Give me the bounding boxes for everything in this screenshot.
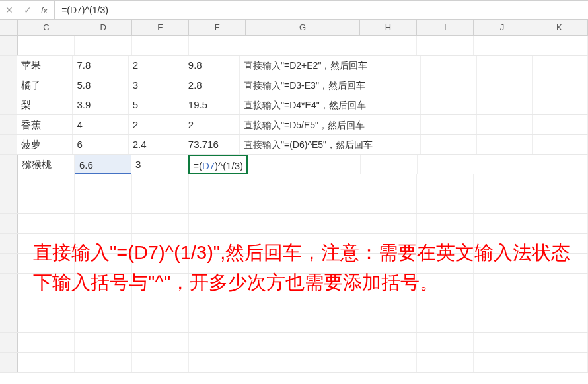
cell[interactable] bbox=[75, 174, 131, 194]
cell[interactable] bbox=[75, 214, 131, 233]
cell[interactable] bbox=[248, 155, 361, 174]
cell[interactable]: 9.8 bbox=[184, 56, 240, 75]
cell[interactable]: 6 bbox=[73, 135, 128, 154]
cell[interactable] bbox=[477, 115, 533, 134]
row-header[interactable] bbox=[0, 293, 18, 313]
row-header[interactable] bbox=[0, 234, 18, 253]
active-cell[interactable]: =(D7)^(1/3) bbox=[188, 155, 248, 174]
cell[interactable] bbox=[189, 174, 246, 194]
row-header[interactable] bbox=[0, 174, 18, 194]
cell[interactable] bbox=[18, 353, 75, 372]
cell[interactable] bbox=[531, 353, 588, 372]
cell[interactable] bbox=[359, 194, 416, 213]
cell[interactable] bbox=[474, 194, 531, 213]
cell[interactable] bbox=[474, 214, 531, 233]
cell[interactable] bbox=[421, 95, 476, 114]
cell[interactable] bbox=[531, 174, 588, 194]
cell[interactable] bbox=[246, 36, 360, 55]
cell[interactable] bbox=[531, 313, 588, 332]
cell[interactable] bbox=[189, 194, 246, 213]
cell[interactable] bbox=[75, 313, 131, 332]
cell[interactable] bbox=[477, 95, 533, 114]
row-header[interactable] bbox=[0, 254, 18, 273]
cell[interactable] bbox=[533, 115, 588, 134]
cell[interactable] bbox=[132, 174, 189, 194]
cell[interactable] bbox=[359, 353, 416, 372]
cell[interactable] bbox=[132, 36, 189, 55]
cell[interactable] bbox=[477, 135, 533, 154]
cell[interactable] bbox=[132, 353, 189, 372]
cell[interactable] bbox=[365, 115, 421, 134]
cell[interactable]: 4 bbox=[73, 115, 128, 134]
cell[interactable] bbox=[418, 155, 474, 174]
accept-button[interactable]: ✓ bbox=[18, 1, 37, 19]
cell[interactable] bbox=[189, 333, 246, 352]
cell[interactable] bbox=[132, 333, 189, 352]
cell[interactable] bbox=[474, 174, 531, 194]
cell[interactable] bbox=[18, 214, 75, 233]
row-header[interactable] bbox=[0, 115, 17, 134]
cell[interactable] bbox=[474, 36, 531, 55]
cell[interactable]: 梨 bbox=[17, 95, 73, 114]
cell[interactable]: 直接输入"=(D6)^E5"，然后回车 bbox=[240, 135, 365, 154]
cell[interactable] bbox=[132, 214, 189, 233]
cell[interactable] bbox=[361, 155, 418, 174]
formula-input[interactable]: =(D7)^(1/3) bbox=[55, 1, 588, 19]
cell[interactable] bbox=[189, 36, 246, 55]
col-header-F[interactable]: F bbox=[189, 20, 246, 35]
row-header[interactable] bbox=[0, 135, 17, 154]
col-header-H[interactable]: H bbox=[360, 20, 417, 35]
cell[interactable] bbox=[189, 214, 246, 233]
col-header-J[interactable]: J bbox=[474, 20, 531, 35]
cell[interactable] bbox=[533, 75, 588, 95]
cell[interactable] bbox=[417, 313, 474, 332]
cell[interactable] bbox=[246, 174, 360, 194]
cell[interactable] bbox=[246, 194, 360, 213]
col-header-C[interactable]: C bbox=[18, 20, 75, 35]
cell[interactable]: 19.5 bbox=[184, 95, 240, 114]
cell[interactable] bbox=[359, 36, 416, 55]
cell[interactable] bbox=[18, 194, 75, 213]
cell[interactable]: 2 bbox=[129, 56, 184, 75]
col-header-D[interactable]: D bbox=[75, 20, 132, 35]
cancel-button[interactable]: ✕ bbox=[0, 1, 18, 19]
cell[interactable]: 橘子 bbox=[17, 75, 73, 95]
cell[interactable] bbox=[417, 353, 474, 372]
cell[interactable]: 2.8 bbox=[184, 75, 240, 95]
select-all-corner[interactable] bbox=[0, 20, 18, 35]
cell[interactable] bbox=[474, 333, 531, 352]
cell[interactable] bbox=[75, 353, 131, 372]
row-header[interactable] bbox=[0, 75, 17, 95]
row-header[interactable] bbox=[0, 155, 18, 174]
cell[interactable]: 3 bbox=[131, 155, 188, 174]
cell[interactable] bbox=[75, 36, 131, 55]
cell[interactable] bbox=[474, 155, 531, 174]
cell[interactable]: 直接输入"=D3-E3"，然后回车 bbox=[240, 75, 365, 95]
cell[interactable] bbox=[359, 313, 416, 332]
col-header-K[interactable]: K bbox=[531, 20, 588, 35]
cell[interactable] bbox=[359, 333, 416, 352]
cell[interactable] bbox=[18, 313, 75, 332]
cell[interactable] bbox=[477, 56, 533, 75]
col-header-E[interactable]: E bbox=[132, 20, 189, 35]
row-header[interactable] bbox=[0, 274, 18, 293]
cell[interactable] bbox=[75, 194, 131, 213]
cell[interactable] bbox=[421, 56, 476, 75]
cell[interactable]: 直接输入"=D2+E2"，然后回车 bbox=[240, 56, 365, 75]
cell[interactable]: 直接输入"=D5/E5"，然后回车 bbox=[240, 115, 365, 134]
cell[interactable]: 3.9 bbox=[73, 95, 128, 114]
cell[interactable] bbox=[246, 353, 360, 372]
cell[interactable]: 2 bbox=[129, 115, 184, 134]
row-header[interactable] bbox=[0, 36, 18, 55]
cell[interactable]: 7.8 bbox=[73, 56, 128, 75]
cell[interactable] bbox=[533, 56, 588, 75]
cell[interactable] bbox=[75, 333, 131, 352]
cell[interactable] bbox=[417, 174, 474, 194]
cell[interactable] bbox=[18, 174, 75, 194]
col-header-I[interactable]: I bbox=[417, 20, 474, 35]
cell[interactable] bbox=[477, 75, 533, 95]
cell[interactable] bbox=[18, 36, 75, 55]
cell[interactable]: 2 bbox=[184, 115, 240, 134]
cell[interactable]: 直接输入"=D4*E4"，然后回车 bbox=[240, 95, 365, 114]
cell[interactable] bbox=[246, 313, 360, 332]
